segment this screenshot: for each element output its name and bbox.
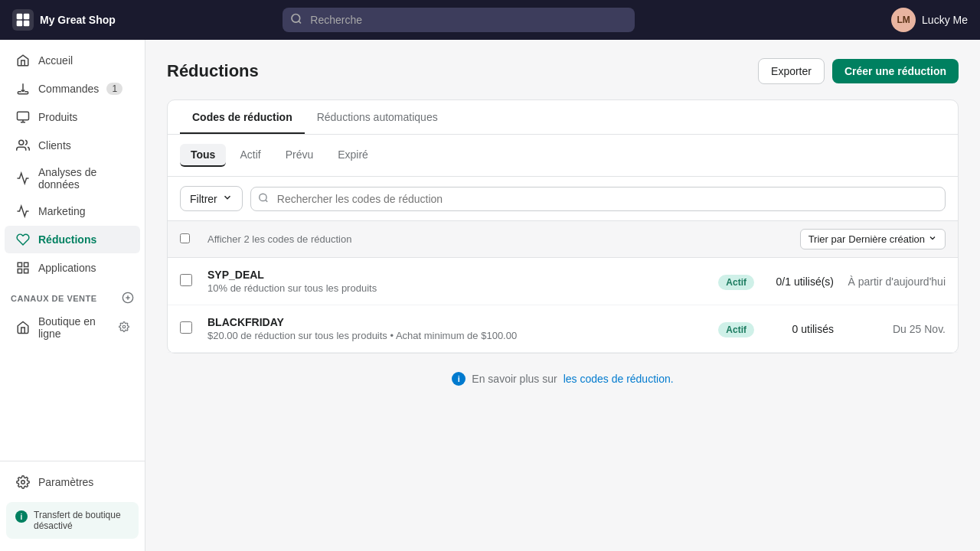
table-row[interactable]: BLACKFRIDAY $20.00 de réduction sur tous… <box>168 305 958 353</box>
svg-line-18 <box>265 200 267 202</box>
sidebar-label: Boutique en ligne <box>38 315 111 340</box>
row-description: $20.00 de réduction sur tous les produit… <box>207 330 718 341</box>
filter-button[interactable]: Filtrer <box>180 186 243 211</box>
global-search[interactable] <box>283 8 635 32</box>
svg-line-5 <box>299 21 301 24</box>
row-status-1: Actif <box>718 276 754 288</box>
svg-point-16 <box>21 481 25 484</box>
orders-badge: 1 <box>106 83 122 95</box>
status-badge: Actif <box>718 275 754 290</box>
row-status-2: Actif <box>718 323 754 335</box>
svg-rect-2 <box>17 21 23 27</box>
row-checkbox-1[interactable] <box>180 274 207 289</box>
sidebar-label: Paramètres <box>38 476 93 488</box>
main-content: Réductions Exporter Créer une réduction … <box>145 40 980 551</box>
row-code: SYP_DEAL <box>207 269 718 281</box>
tab-tous[interactable]: Tous <box>180 144 226 167</box>
channels-section: CANAUX DE VENTE <box>0 282 145 308</box>
tab-actif[interactable]: Actif <box>229 144 271 167</box>
sidebar-item-analyses[interactable]: Analyses de données <box>5 160 140 197</box>
svg-rect-0 <box>17 14 23 20</box>
row-main-2: BLACKFRIDAY $20.00 de réduction sur tous… <box>207 316 718 341</box>
info-footer: i En savoir plus sur les codes de réduct… <box>167 354 959 404</box>
info-link[interactable]: les codes de réduction. <box>564 373 674 385</box>
row-code: BLACKFRIDAY <box>207 316 718 328</box>
home-icon <box>15 53 31 68</box>
export-button[interactable]: Exporter <box>758 58 825 84</box>
create-reduction-button[interactable]: Créer une réduction <box>832 59 959 83</box>
filter-tabs: Tous Actif Prévu Expiré <box>168 135 958 177</box>
svg-rect-9 <box>24 262 28 266</box>
sort-wrapper[interactable]: Trier par Dernière création <box>800 229 946 249</box>
transfer-banner: i Transfert de boutique désactivé <box>6 502 139 539</box>
svg-point-7 <box>19 140 24 145</box>
sidebar-item-produits[interactable]: Produits <box>5 103 140 131</box>
filter-label: Filtrer <box>190 193 217 205</box>
search-codes-wrapper[interactable] <box>250 187 946 211</box>
reductions-icon <box>15 232 31 247</box>
sidebar-item-commandes[interactable]: Commandes 1 <box>5 75 140 103</box>
info-icon: i <box>452 372 466 386</box>
sidebar-label: Applications <box>38 262 96 274</box>
sidebar-item-marketing[interactable]: Marketing <box>5 197 140 225</box>
row-usage-1: 0/1 utilisé(s) <box>754 276 846 288</box>
table-row[interactable]: SYP_DEAL 10% de réduction sur tous les p… <box>168 258 958 305</box>
top-tabs: Codes de réduction Réductions automatiqu… <box>168 100 958 135</box>
sort-button[interactable]: Trier par Dernière création <box>800 229 946 249</box>
svg-point-17 <box>260 194 266 201</box>
sidebar-label: Marketing <box>38 205 85 217</box>
sort-value: Dernière création <box>848 233 925 245</box>
sidebar-item-parametres[interactable]: Paramètres <box>5 468 140 496</box>
sidebar-item-reductions[interactable]: Réductions <box>5 226 140 253</box>
row-usage-2: 0 utilisés <box>754 323 846 335</box>
store-settings-icon[interactable] <box>119 321 129 334</box>
sort-chevron-icon <box>928 233 937 245</box>
sidebar-label: Commandes <box>38 83 99 95</box>
global-search-input[interactable] <box>283 8 635 32</box>
sidebar-label: Analyses de données <box>38 166 129 191</box>
svg-rect-6 <box>18 112 29 120</box>
user-area: LM Lucky Me <box>891 8 968 32</box>
sidebar-item-applications[interactable]: Applications <box>5 254 140 282</box>
svg-point-4 <box>292 15 300 23</box>
tab-reductions-auto[interactable]: Réductions automatiques <box>305 100 450 134</box>
orders-icon <box>15 81 31 96</box>
settings-icon <box>15 474 31 490</box>
sidebar-label: Produits <box>38 111 77 123</box>
svg-rect-8 <box>18 262 21 266</box>
row-date-1: À partir d'aujourd'hui <box>846 276 946 288</box>
svg-rect-1 <box>24 14 30 20</box>
header-label: Afficher 2 les codes de réduction <box>207 233 800 245</box>
row-checkbox-2[interactable] <box>180 321 207 336</box>
row-date-2: Du 25 Nov. <box>846 323 946 335</box>
svg-point-15 <box>122 325 126 328</box>
status-badge: Actif <box>718 322 754 337</box>
transfer-text: Transfert de boutique désactivé <box>34 510 129 531</box>
row-main-1: SYP_DEAL 10% de réduction sur tous les p… <box>207 269 718 294</box>
page-title: Réductions <box>167 61 259 81</box>
sidebar-label: Accueil <box>38 54 73 67</box>
app-logo: My Great Shop <box>12 9 150 31</box>
svg-rect-3 <box>24 21 30 27</box>
clients-icon <box>15 138 31 153</box>
sidebar-item-clients[interactable]: Clients <box>5 132 140 159</box>
add-channel-icon[interactable] <box>122 292 134 305</box>
sidebar-item-accueil[interactable]: Accueil <box>5 47 140 74</box>
svg-rect-11 <box>18 269 21 273</box>
marketing-icon <box>15 204 31 219</box>
tab-expire[interactable]: Expiré <box>327 144 379 167</box>
products-icon <box>15 109 31 125</box>
tab-prevu[interactable]: Prévu <box>275 144 325 167</box>
tab-codes-reduction[interactable]: Codes de réduction <box>180 100 305 134</box>
sidebar: Accueil Commandes 1 Produits Clients <box>0 40 145 551</box>
search-codes-icon <box>258 192 269 205</box>
header-checkbox-wrapper[interactable] <box>180 233 207 246</box>
info-text: En savoir plus sur <box>472 373 557 385</box>
select-all-checkbox[interactable] <box>180 233 190 243</box>
topbar: My Great Shop LM Lucky Me <box>0 0 980 40</box>
sidebar-label: Clients <box>38 139 71 152</box>
sidebar-item-boutique[interactable]: Boutique en ligne <box>5 309 140 346</box>
header-actions: Exporter Créer une réduction <box>758 58 959 84</box>
search-codes-input[interactable] <box>250 187 946 211</box>
app-name: My Great Shop <box>40 14 116 26</box>
